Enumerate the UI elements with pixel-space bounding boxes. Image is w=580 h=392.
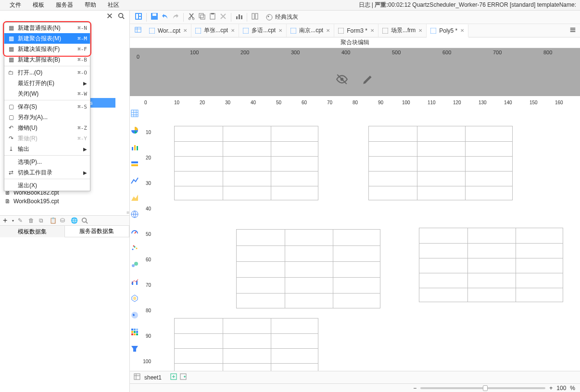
edit-icon[interactable]: ✎ [18, 217, 25, 224]
file-item[interactable]: 🗎WorkBook195.cpt [5, 197, 125, 206]
scatter-icon[interactable] [131, 244, 139, 253]
doc-tab[interactable]: 南京...cpt✕ [287, 24, 334, 37]
chevron-down-icon[interactable]: ▾ [12, 219, 14, 223]
clear-icon[interactable] [219, 12, 227, 22]
svg-rect-13 [211, 13, 214, 14]
bubble-icon[interactable] [131, 261, 139, 270]
copy-icon[interactable] [198, 12, 206, 22]
add-poly-sheet-icon[interactable] [180, 373, 187, 381]
ws-ruler-zero: 0 [144, 100, 147, 105]
menu-community[interactable]: 社区 [102, 0, 125, 10]
menu-new-decision-report[interactable]: ▦新建决策报表(F)⌘-F [4, 44, 90, 54]
close-icon[interactable]: ✕ [460, 28, 464, 33]
tab-server-dataset[interactable]: 服务器数据集 [65, 226, 130, 237]
menu-export[interactable]: ⤓输出▶ [4, 144, 90, 154]
zoom-slider[interactable] [420, 387, 545, 389]
gauge-icon[interactable] [131, 227, 139, 236]
copy-icon[interactable]: ⧉ [39, 217, 46, 224]
doc-tab[interactable]: 多语...cpt✕ [239, 24, 287, 37]
line-chart-icon[interactable] [131, 177, 139, 186]
paste-icon[interactable] [209, 12, 216, 22]
doc-tab[interactable]: 单张...cpt✕ [191, 24, 239, 37]
search-icon[interactable] [81, 217, 88, 224]
close-icon[interactable]: ✕ [183, 28, 187, 33]
stacked-bar-icon[interactable] [131, 160, 139, 169]
close-icon[interactable]: ✕ [278, 28, 282, 33]
menu-close[interactable]: 关闭(W)⌘-W [4, 88, 90, 99]
editor-title: 聚合块编辑 [130, 37, 580, 48]
poly-block[interactable] [174, 318, 318, 371]
zoom-out-button[interactable]: − [413, 385, 416, 392]
menu-open[interactable]: 🗀打开...(O)⌘-O [4, 67, 90, 78]
zoom-in-button[interactable]: + [549, 385, 553, 392]
ruler-tick: 10 [174, 100, 179, 105]
pie-chart-icon[interactable] [131, 126, 139, 135]
heatmap-icon[interactable] [131, 328, 139, 337]
add-sheet-icon[interactable] [170, 373, 177, 381]
db-icon[interactable]: ⛁ [60, 217, 67, 224]
svg-rect-48 [136, 329, 138, 331]
tree-selected-item[interactable]: /s [87, 98, 115, 108]
doc-tab-active[interactable]: Poly5 *✕ [427, 24, 468, 37]
doc-tab[interactable]: 场景...frm✕ [378, 24, 427, 37]
drag-handle-icon[interactable]: ≡ [126, 210, 129, 215]
funnel-icon[interactable] [131, 345, 139, 354]
paste-icon[interactable]: 📋 [50, 217, 56, 224]
menu-template[interactable]: 模板 [27, 0, 50, 10]
table-icon[interactable] [131, 110, 139, 119]
delete-icon[interactable]: 🗑 [28, 217, 35, 224]
menu-new-normal-report[interactable]: ▦新建普通报表(N)⌘-N [4, 23, 90, 33]
menu-recent[interactable]: 最近打开的(E)▶ [4, 78, 90, 88]
redo-icon[interactable] [172, 12, 179, 22]
close-icon[interactable] [106, 12, 113, 21]
menu-undo[interactable]: ↶撤销(U)⌘-Z [4, 122, 90, 133]
ruler-tick: 50 [146, 232, 151, 237]
visibility-off-icon[interactable] [336, 73, 348, 87]
column-line-icon[interactable] [131, 278, 139, 287]
doc-tab[interactable]: Form3 *✕ [334, 24, 378, 37]
menu-save[interactable]: ▢保存(S)⌘-S [4, 101, 90, 112]
tab-mode-icon[interactable] [135, 26, 141, 35]
menu-exit[interactable]: 退出(X) [4, 180, 90, 191]
radar-icon[interactable] [131, 294, 139, 304]
area-chart-icon[interactable] [131, 194, 139, 203]
tab-template-dataset[interactable]: 模板数据集 [0, 226, 65, 237]
design-canvas[interactable] [152, 107, 580, 371]
save-icon[interactable] [151, 12, 158, 22]
column-icon[interactable] [251, 12, 259, 22]
cut-icon[interactable] [188, 12, 195, 22]
globe-icon[interactable]: 🌐 [71, 217, 77, 224]
chart-icon[interactable] [235, 12, 243, 22]
menu-new-dashboard-report[interactable]: ▦新建大屏报表(B)⌘-B [4, 54, 90, 65]
close-icon[interactable]: ✕ [326, 28, 330, 33]
poly-block[interactable] [174, 126, 318, 200]
globe-icon[interactable] [131, 210, 139, 220]
doc-icon: 🗎 [5, 198, 12, 205]
bar-chart-icon[interactable] [131, 143, 139, 152]
menu-options[interactable]: 选项(P)... [4, 157, 90, 167]
sheet-tab[interactable]: sheet1 [144, 374, 162, 381]
close-icon[interactable]: ✕ [370, 28, 374, 33]
add-button[interactable]: + [3, 216, 7, 225]
tab-overflow-button[interactable] [566, 26, 580, 35]
menu-server[interactable]: 服务器 [50, 0, 79, 10]
poly-block[interactable] [368, 126, 513, 200]
grid-icon: ▦ [7, 24, 15, 31]
close-icon[interactable]: ✕ [418, 28, 422, 33]
theme-selector[interactable]: 经典浅灰 [265, 13, 298, 21]
edit-pencil-icon[interactable] [362, 73, 374, 87]
doc-tab[interactable]: Wor...cpt✕ [145, 24, 191, 37]
search-icon[interactable] [118, 12, 125, 21]
close-icon[interactable]: ✕ [231, 28, 235, 33]
menu-save-as[interactable]: ▢另存为(A)... [4, 112, 90, 122]
layout-icon[interactable] [135, 12, 142, 22]
undo-icon[interactable] [161, 12, 169, 22]
menu-switch-workdir[interactable]: ⇄切换工作目录▶ [4, 167, 90, 178]
file-dropdown: ▦新建普通报表(N)⌘-N ▦新建聚合报表(M)⌘-M ▦新建决策报表(F)⌘-… [4, 22, 90, 191]
map-icon[interactable] [131, 311, 139, 320]
poly-block[interactable] [419, 228, 563, 302]
menu-file[interactable]: 文件 [4, 0, 27, 10]
menu-help[interactable]: 帮助 [79, 0, 102, 10]
menu-new-poly-report[interactable]: ▦新建聚合报表(M)⌘-M [4, 33, 90, 44]
poly-block[interactable] [236, 229, 380, 308]
